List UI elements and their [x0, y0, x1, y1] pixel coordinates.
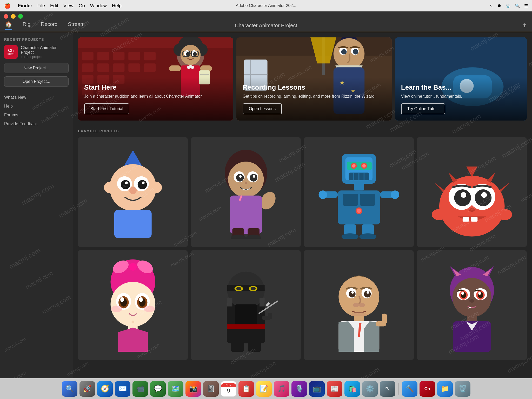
feedback-link[interactable]: Provide Feedback	[4, 119, 69, 128]
dock-trash[interactable]: 🗑️	[455, 381, 470, 397]
maximize-button[interactable]	[18, 14, 23, 19]
svg-point-69	[151, 182, 162, 193]
menu-file[interactable]: File	[37, 3, 45, 9]
project-name: Character Animator Project	[21, 45, 69, 55]
start-tutorial-button[interactable]: Start First Tutorial	[84, 103, 129, 114]
svg-point-121	[475, 189, 491, 206]
svg-point-91	[352, 164, 355, 168]
svg-rect-163	[248, 342, 261, 352]
whats-new-link[interactable]: What's New	[4, 93, 69, 102]
recording-lessons-card[interactable]: ★ ★ Recording Lessons Get tips on record…	[236, 37, 392, 121]
start-here-card-content: Start Here Join a character audition and…	[78, 77, 233, 121]
svg-rect-98	[354, 184, 364, 190]
dock-xcode[interactable]: 🔨	[402, 381, 417, 397]
toolbar-home[interactable]: 🏠	[5, 21, 12, 30]
svg-line-159	[266, 303, 269, 306]
svg-point-63	[121, 180, 130, 189]
menu-finder[interactable]: Finder	[18, 3, 32, 9]
dock-music[interactable]: 🎵	[274, 381, 289, 397]
learn-basics-card[interactable]: Learn the Bas... View online tutor... fu…	[395, 37, 527, 121]
puppet-card-monster[interactable]	[417, 137, 527, 247]
dock-news[interactable]: 📰	[327, 381, 342, 397]
svg-point-126	[469, 208, 475, 212]
dock-podcasts[interactable]: 🎙️	[291, 381, 307, 397]
svg-point-128	[497, 209, 512, 220]
dock-notes2[interactable]: 📝	[256, 381, 272, 397]
toolbar-stream[interactable]: Stream	[68, 21, 85, 30]
dock-maps[interactable]: 🗺️	[168, 381, 183, 397]
svg-point-172	[359, 303, 365, 307]
svg-rect-8	[97, 63, 109, 72]
puppet-card-ninja[interactable]	[191, 250, 301, 360]
dock-photos[interactable]: 📸	[185, 381, 201, 397]
svg-point-142	[111, 305, 122, 312]
dock-tv[interactable]: 📺	[309, 381, 325, 397]
svg-marker-114	[500, 183, 509, 192]
puppet-card-robot[interactable]	[304, 137, 414, 247]
svg-point-25	[193, 52, 197, 56]
svg-point-67	[129, 187, 137, 194]
svg-rect-6	[144, 52, 156, 60]
search-icon[interactable]: 🔍	[515, 3, 520, 8]
svg-rect-33	[169, 65, 181, 71]
svg-point-193	[469, 299, 475, 303]
svg-point-122	[461, 192, 466, 198]
learn-title: Learn the Bas...	[401, 83, 521, 91]
dock-messages[interactable]: 💬	[150, 381, 166, 397]
puppet-card-anime-girl[interactable]	[78, 250, 188, 360]
proj-label: PROJ	[8, 53, 15, 56]
start-here-desc: Join a character audition and learn all …	[84, 94, 227, 99]
dock-finder[interactable]: 🔍	[62, 381, 77, 397]
dock-calendar[interactable]: NOV 9	[221, 381, 236, 397]
forums-link[interactable]: Forums	[4, 111, 69, 119]
app-window: 🏠 Rig Record Stream Character Animator P…	[0, 11, 532, 378]
menu-go[interactable]: Go	[79, 3, 85, 9]
svg-point-106	[318, 190, 327, 199]
dock-appstore[interactable]: 🛍️	[344, 381, 360, 397]
svg-point-103	[357, 209, 361, 213]
recording-title: Recording Lessons	[243, 83, 385, 91]
menu-window[interactable]: Window	[90, 3, 107, 9]
new-project-button[interactable]: New Project...	[4, 63, 69, 73]
dock-reminders[interactable]: 📋	[238, 381, 254, 397]
toolbar-record[interactable]: Record	[41, 21, 57, 30]
puppet-card-purple-girl[interactable]	[191, 137, 301, 247]
dock-folder[interactable]: 📁	[437, 381, 453, 397]
help-link[interactable]: Help	[4, 102, 69, 111]
recent-projects-label: RECENT PROJECTS	[4, 37, 69, 42]
menu-view[interactable]: View	[63, 3, 74, 9]
svg-rect-124	[463, 217, 469, 222]
svg-point-77	[239, 175, 242, 178]
project-subtitle: current project	[21, 55, 69, 59]
try-online-tutorial-button[interactable]: Try Online Tuto...	[401, 103, 445, 114]
open-lessons-button[interactable]: Open Lessons	[243, 103, 282, 114]
open-project-button[interactable]: Open Project...	[4, 76, 69, 87]
toolbar-rig[interactable]: Rig	[23, 21, 30, 30]
puppet-card-businessman[interactable]	[304, 250, 414, 360]
dock-mail[interactable]: ✉️	[115, 381, 130, 397]
dock-cursor[interactable]: ↖	[380, 381, 395, 397]
project-icon: Ch PROJ	[4, 45, 18, 59]
svg-rect-195	[467, 316, 477, 322]
dock-character-animator[interactable]: Ch	[420, 381, 435, 397]
share-button[interactable]: ⬆	[522, 22, 527, 29]
dock-launchpad[interactable]: 🚀	[79, 381, 95, 397]
dock-separator	[398, 383, 399, 395]
menu-help[interactable]: Help	[112, 3, 122, 9]
puppet-card-boy[interactable]	[78, 137, 188, 247]
dock-notes[interactable]: 📓	[203, 381, 219, 397]
svg-point-112	[439, 176, 505, 237]
dock-safari[interactable]: 🧭	[97, 381, 113, 397]
dock-systemprefs[interactable]: ⚙️	[362, 381, 378, 397]
puppet-card-purple-cat-girl[interactable]	[417, 250, 527, 360]
list-icon[interactable]: ☰	[524, 3, 528, 8]
svg-point-171	[353, 303, 359, 307]
minimize-button[interactable]	[11, 14, 16, 19]
close-button[interactable]	[4, 14, 8, 19]
menu-edit[interactable]: Edit	[50, 3, 58, 9]
start-here-card[interactable]: Start Here Join a character audition and…	[78, 37, 233, 121]
svg-rect-100	[343, 194, 358, 206]
recent-project-item[interactable]: Ch PROJ Character Animator Project curre…	[4, 45, 69, 59]
apple-menu[interactable]: 🍎	[4, 3, 11, 9]
dock-facetime[interactable]: 📹	[132, 381, 148, 397]
